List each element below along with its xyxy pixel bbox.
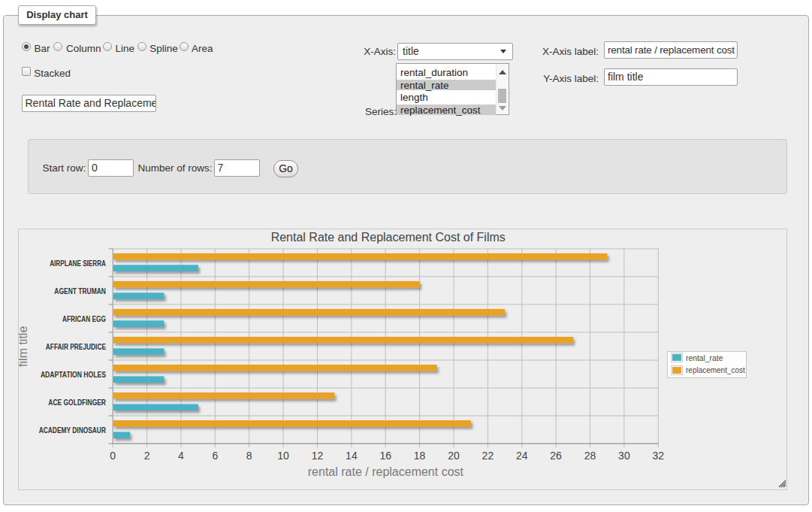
svg-text:26: 26 [550,450,562,462]
svg-text:30: 30 [618,450,630,462]
svg-text:16: 16 [379,450,391,462]
svg-text:rental rate / replacement cost: rental rate / replacement cost [308,465,464,478]
svg-text:ACADEMY DINOSAUR: ACADEMY DINOSAUR [39,426,107,435]
svg-text:2: 2 [144,450,150,462]
svg-text:12: 12 [312,450,324,462]
svg-text:32: 32 [653,450,665,462]
svg-text:replacement_cost: replacement_cost [686,365,745,374]
svg-text:AIRPLANE SIERRA: AIRPLANE SIERRA [50,259,106,268]
svg-text:8: 8 [246,450,252,462]
svg-text:4: 4 [178,450,184,462]
svg-text:ADAPTATION HOLES: ADAPTATION HOLES [41,370,106,379]
svg-text:24: 24 [516,450,528,462]
svg-text:film title: film title [19,326,29,367]
svg-text:10: 10 [277,450,289,462]
svg-text:rental_rate: rental_rate [686,353,723,362]
svg-text:22: 22 [482,450,494,462]
svg-text:ACE GOLDFINGER: ACE GOLDFINGER [48,398,106,407]
svg-text:AFFAIR PREJUDICE: AFFAIR PREJUDICE [46,342,106,351]
svg-text:18: 18 [414,450,426,462]
svg-text:6: 6 [212,450,218,462]
svg-text:14: 14 [346,450,358,462]
svg-text:AFRICAN EGG: AFRICAN EGG [62,314,106,323]
svg-text:20: 20 [448,450,460,462]
svg-text:0: 0 [110,450,116,462]
svg-text:AGENT TRUMAN: AGENT TRUMAN [54,286,106,295]
svg-text:Rental Rate and Replacement Co: Rental Rate and Replacement Cost of Film… [271,231,506,244]
svg-text:28: 28 [584,450,596,462]
